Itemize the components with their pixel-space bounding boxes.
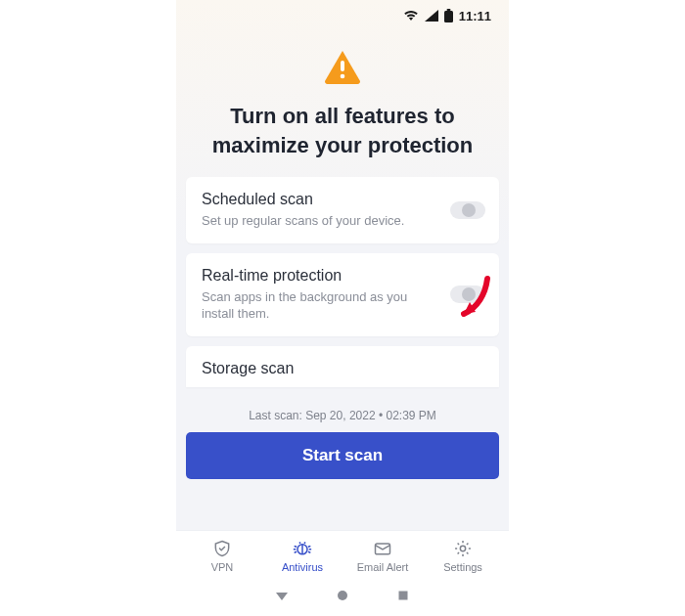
realtime-protection-toggle[interactable]: [450, 286, 485, 303]
svg-point-8: [338, 591, 347, 600]
svg-rect-1: [446, 9, 450, 11]
nav-email-alert[interactable]: Email Alert: [342, 539, 423, 573]
shield-icon: [212, 539, 232, 558]
bottom-nav: VPN Antivirus Email Alert Settings: [176, 530, 509, 579]
warning-icon: [196, 49, 489, 88]
back-softkey[interactable]: [275, 589, 289, 606]
svg-rect-9: [399, 592, 408, 600]
scheduled-scan-toggle[interactable]: [450, 201, 485, 219]
nav-antivirus[interactable]: Antivirus: [262, 539, 342, 573]
nav-label: Email Alert: [357, 561, 409, 573]
hero: Turn on all features to maximize your pr…: [176, 29, 509, 177]
nav-vpn[interactable]: VPN: [182, 539, 262, 573]
hero-title-line1: Turn on all features to: [230, 104, 454, 128]
status-bar: 11:11: [176, 0, 509, 29]
feature-title: Scheduled scan: [202, 191, 436, 208]
feature-desc: Set up regular scans of your device.: [202, 212, 436, 230]
svg-rect-0: [444, 11, 453, 22]
battery-icon: [444, 9, 453, 22]
status-time: 11:11: [459, 9, 491, 23]
feature-scheduled-scan[interactable]: Scheduled scan Set up regular scans of y…: [186, 177, 499, 243]
nav-label: Antivirus: [282, 561, 323, 573]
recent-softkey[interactable]: [396, 589, 410, 606]
svg-point-3: [341, 74, 345, 79]
hero-title: Turn on all features to maximize your pr…: [196, 102, 489, 159]
cellular-icon: [425, 10, 438, 22]
last-scan-text: Last scan: Sep 20, 2022 • 02:39 PM: [176, 395, 509, 432]
phone-frame: 11:11 Turn on all features to maximize y…: [176, 0, 509, 616]
gear-icon: [453, 539, 473, 558]
feature-desc: Scan apps in the background as you insta…: [202, 288, 436, 323]
feature-title: Storage scan: [202, 360, 436, 377]
android-softkeys: [176, 579, 509, 616]
feature-list: Scheduled scan Set up regular scans of y…: [176, 177, 509, 395]
start-scan-button[interactable]: Start scan: [186, 432, 499, 479]
feature-title: Real-time protection: [202, 267, 436, 285]
mail-icon: [373, 539, 392, 558]
svg-point-7: [460, 546, 465, 550]
hero-title-line2: maximize your protection: [212, 133, 474, 157]
wifi-icon: [403, 10, 419, 22]
nav-label: VPN: [211, 561, 234, 573]
feature-realtime-protection[interactable]: Real-time protection Scan apps in the ba…: [186, 253, 499, 336]
home-softkey[interactable]: [336, 589, 349, 606]
stage: 11:11 Turn on all features to maximize y…: [0, 0, 685, 616]
nav-settings[interactable]: Settings: [423, 539, 503, 573]
bug-icon: [293, 539, 312, 558]
svg-rect-2: [341, 61, 344, 71]
feature-storage-scan[interactable]: Storage scan: [186, 346, 499, 387]
nav-label: Settings: [443, 561, 482, 573]
